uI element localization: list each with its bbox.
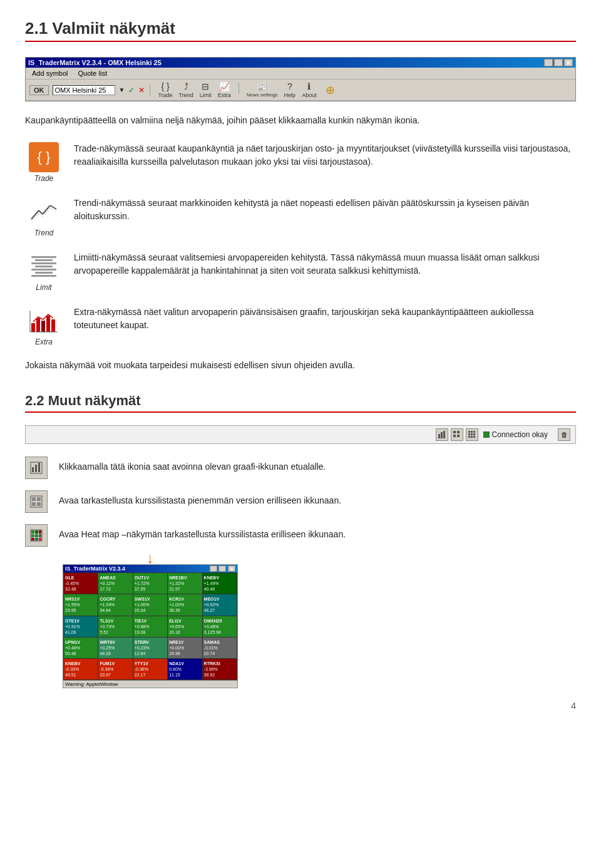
- symbol-input[interactable]: [53, 85, 115, 95]
- menu-quote-list[interactable]: Quote list: [74, 69, 110, 78]
- trend-svg: [29, 197, 59, 227]
- heatmap-cell: TLS1V+0.73%5.52: [98, 616, 132, 637]
- heatmap-maximize[interactable]: □: [218, 566, 226, 572]
- x-icon[interactable]: ✕: [138, 86, 145, 95]
- svg-rect-32: [32, 467, 34, 472]
- svg-rect-27: [473, 433, 475, 435]
- heatmap-controls[interactable]: _ □ ✕: [210, 566, 235, 572]
- heatmap-container: ↓ IS_TraderMatrix V2.3.4 _ □ ✕ GLE-0.45%…: [63, 564, 238, 688]
- heatmap-cell: KNEBV+1.49%40.46: [203, 573, 237, 594]
- heatmap-title: IS_TraderMatrix V2.3.4: [65, 566, 125, 572]
- statusbar-icons: [436, 428, 478, 441]
- nav-about[interactable]: ℹ About: [302, 81, 317, 98]
- feature-trade: { } Trade Trade-näkymässä seuraat kaupan…: [25, 142, 576, 183]
- limit-row1: [31, 256, 56, 258]
- heatmap-cell: KNEBV-0.33%46.51: [64, 659, 98, 679]
- svg-rect-16: [441, 432, 443, 438]
- feature-22-heatmap-icon[interactable]: [25, 524, 48, 547]
- section1-title: 2.1 Valmiit näkymät: [25, 19, 576, 42]
- trade-description: Trade-näkymässä seuraat kaupankäyntiä ja…: [74, 142, 576, 168]
- minimize-button[interactable]: _: [544, 59, 553, 66]
- help-icon: ?: [287, 81, 292, 91]
- statusbar: Connection okay 🗑: [25, 425, 576, 444]
- heatmap-cell: KCR1V+1.00%38.39: [168, 594, 202, 615]
- grid-small-icon: [453, 430, 461, 439]
- check-icon[interactable]: ✓: [128, 86, 135, 95]
- extra-description: Extra-näkymässä näet valitun arvopaperin…: [74, 306, 576, 332]
- svg-rect-39: [37, 502, 41, 506]
- statusbar-grid-large-icon[interactable]: [466, 428, 478, 441]
- help-label: Help: [284, 92, 296, 98]
- trade-icon-label: Trade: [25, 174, 63, 183]
- nav-extra[interactable]: 📈 Extra: [218, 81, 231, 98]
- heatmap-cell: GLE-0.45%32.48: [64, 573, 98, 594]
- maximize-button[interactable]: □: [554, 59, 563, 66]
- statusbar-graph-icon[interactable]: [436, 428, 448, 441]
- heatmap-cell: ELI1V+0.65%20.16: [168, 616, 202, 637]
- heatmap-cell: NRE1BV+1.32%21.97: [168, 573, 202, 594]
- heat-map-icon: [29, 529, 43, 542]
- heatmap-cell: CGCRY+1.54%34.84: [98, 594, 132, 615]
- nav-limit[interactable]: ⊟ Limit: [200, 81, 212, 98]
- about-label: About: [302, 92, 317, 98]
- trade-icon-img: { }: [29, 142, 59, 172]
- dropdown-icon[interactable]: ▼: [119, 86, 125, 93]
- svg-rect-30: [473, 436, 475, 438]
- svg-rect-22: [468, 431, 470, 433]
- svg-rect-33: [35, 465, 37, 472]
- ok-button[interactable]: OK: [29, 85, 49, 95]
- heatmap-cell: NDA1V0.80%11.15: [168, 659, 202, 679]
- svg-rect-42: [35, 530, 38, 534]
- trade-icon: { }: [161, 81, 169, 91]
- trend-icon-label: Trend: [25, 229, 63, 237]
- limit-icon: ⊟: [202, 81, 209, 91]
- heatmap-cell: NRE1V+0.00%24.99: [168, 638, 202, 658]
- limit-symbol: [31, 256, 56, 277]
- extra-icon-label: Extra: [25, 338, 63, 346]
- heatmap-cell: FUM1V-0.36%23.97: [98, 659, 132, 679]
- close-button[interactable]: ✕: [564, 59, 573, 66]
- svg-rect-10: [41, 321, 45, 332]
- svg-rect-45: [35, 534, 38, 537]
- nav-help[interactable]: ? Help: [284, 81, 296, 98]
- heatmap-cell: STERV+0.23%12.84: [133, 638, 167, 658]
- about-icon: ℹ: [307, 81, 311, 91]
- svg-rect-38: [32, 502, 36, 506]
- nav-trade[interactable]: { } Trade: [158, 81, 172, 98]
- svg-rect-24: [473, 431, 475, 433]
- nav-trend[interactable]: ⤴ Trend: [179, 81, 193, 98]
- menu-add-symbol[interactable]: Add symbol: [28, 69, 71, 78]
- svg-rect-20: [453, 435, 456, 437]
- nav-news[interactable]: 📰 News settings: [247, 81, 278, 98]
- limit-description: Limiitti-näkymässä seuraat valitsemiesi …: [74, 251, 576, 277]
- svg-rect-41: [31, 530, 34, 534]
- toolbar-sep-1: [150, 85, 150, 96]
- heatmap-cell: TIE1V+0.88%19.08: [133, 616, 167, 637]
- svg-rect-25: [468, 433, 470, 435]
- svg-rect-12: [51, 319, 55, 332]
- feature-22-small-grid-icon[interactable]: [25, 490, 48, 513]
- titlebar-controls[interactable]: _ □ ✕: [544, 59, 573, 66]
- svg-rect-47: [31, 538, 34, 540]
- svg-rect-21: [457, 435, 460, 437]
- statusbar-trash-icon[interactable]: 🗑: [558, 428, 570, 441]
- heatmap-close[interactable]: ✕: [228, 566, 235, 572]
- page-number: 4: [25, 701, 576, 711]
- intro-paragraph: Kaupankäyntipäätteellä on valmiina neljä…: [25, 114, 576, 127]
- feature-22-graph-icon[interactable]: [25, 457, 48, 479]
- heatmap-minimize[interactable]: _: [210, 566, 217, 572]
- statusbar-grid-small-icon[interactable]: [451, 428, 463, 441]
- news-label: News settings: [247, 92, 278, 98]
- limit-row6: [35, 272, 53, 274]
- heatmap-arrow: ↓: [146, 549, 154, 567]
- trade-symbol: { }: [29, 142, 59, 172]
- limit-row5: [31, 269, 56, 271]
- news-icon: 📰: [257, 81, 267, 91]
- trend-label: Trend: [179, 92, 193, 98]
- heatmap-cell: RTRKSI-3.96%38.92: [203, 659, 237, 679]
- heatmap-footer: Warning: AppletWindow: [63, 680, 237, 688]
- extra-icon-box: Extra: [25, 306, 63, 346]
- svg-rect-19: [457, 431, 460, 433]
- heatmap-cell: WRT8V+0.25%48.28: [98, 638, 132, 658]
- svg-rect-28: [468, 436, 470, 438]
